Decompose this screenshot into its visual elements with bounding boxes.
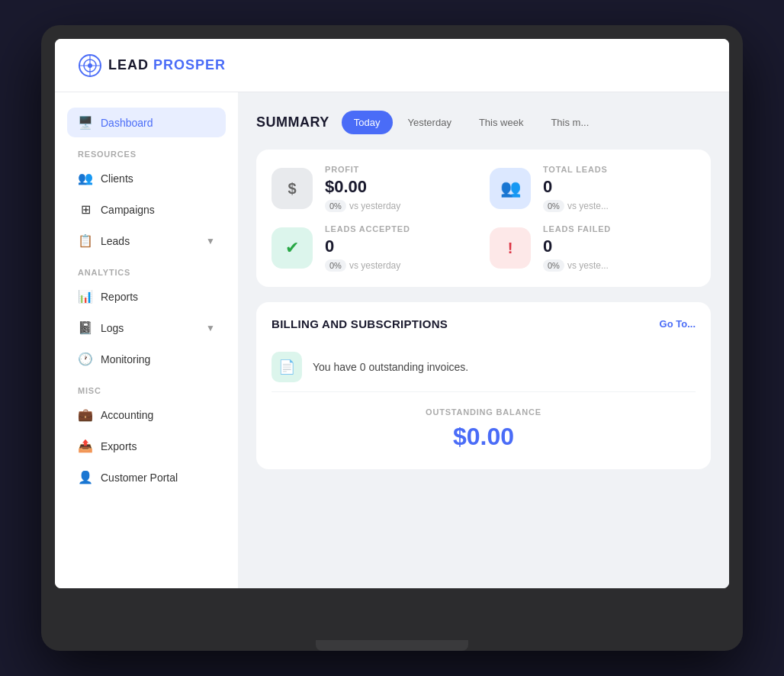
sidebar-item-label-reports: Reports [101, 291, 138, 303]
reports-icon: 📊 [78, 289, 93, 304]
invoice-text: You have 0 outstanding invoices. [313, 361, 468, 373]
leads-accepted-icon: ✔ [285, 238, 299, 258]
card-profit: $ PROFIT $0.00 0% vs yesterday [272, 165, 477, 212]
card-leads-accepted: ✔ LEADS ACCEPTED 0 0% vs yesterday [272, 224, 477, 272]
total-leads-sub-text: vs yeste... [567, 201, 609, 211]
leads-failed-sub-text: vs yeste... [567, 260, 609, 271]
sidebar-item-label-dashboard: Dashboard [101, 117, 153, 129]
app-header: LEAD PROSPER [55, 39, 729, 92]
leads-failed-icon-wrap: ! [490, 227, 531, 269]
section-label-misc: MISC [67, 375, 226, 400]
total-leads-sub: 0% vs yeste... [543, 200, 609, 212]
clients-icon: 👥 [78, 171, 93, 185]
invoice-icon: 📄 [278, 359, 295, 375]
main-content: SUMMARY Today Yesterday This week This m… [238, 92, 729, 588]
sidebar-item-label-accounting: Accounting [101, 409, 153, 421]
card-info-leads-accepted: LEADS ACCEPTED 0 0% vs yesterday [325, 224, 410, 272]
leads-accepted-pct: 0% [325, 259, 346, 272]
sidebar-item-leads[interactable]: 📋 Leads ▼ [67, 226, 226, 256]
summary-title: SUMMARY [256, 114, 329, 130]
profit-icon: $ [288, 180, 296, 198]
tab-thismonth[interactable]: This m... [538, 111, 601, 134]
billing-invoice-row: 📄 You have 0 outstanding invoices. [272, 343, 696, 392]
balance-section: OUTSTANDING BALANCE $0.00 [272, 392, 696, 454]
logs-icon: 📓 [78, 320, 93, 335]
monitoring-icon: 🕐 [78, 352, 93, 366]
card-leads-failed: ! LEADS FAILED 0 0% vs yeste... [490, 224, 696, 272]
sidebar-item-accounting[interactable]: 💼 Accounting [67, 400, 226, 430]
leads-accepted-sub-text: vs yesterday [349, 260, 400, 271]
sidebar-item-campaigns[interactable]: ⊞ Campaigns [67, 195, 226, 224]
logo-prosper: PROSPER [153, 57, 226, 72]
billing-section: BILLING AND SUBSCRIPTIONS Go To... 📄 You… [256, 302, 711, 469]
app-body: 🖥️ Dashboard RESOURCES 👥 Clients ⊞ Campa… [55, 92, 729, 588]
tab-group: Today Yesterday This week This m... [342, 111, 601, 134]
summary-header: SUMMARY Today Yesterday This week This m… [256, 111, 711, 134]
sidebar-item-dashboard[interactable]: 🖥️ Dashboard [67, 108, 226, 137]
sidebar-item-label-clients: Clients [101, 172, 133, 185]
billing-title: BILLING AND SUBSCRIPTIONS [272, 317, 448, 330]
section-label-resources: RESOURCES [67, 139, 226, 163]
section-label-analytics: ANALYTICS [67, 257, 226, 282]
profit-sub-text: vs yesterday [349, 201, 400, 211]
balance-value: $0.00 [272, 423, 696, 451]
sidebar-item-clients[interactable]: 👥 Clients [67, 163, 226, 193]
sidebar-item-label-leads: Leads [101, 235, 130, 247]
sidebar-item-exports[interactable]: 📤 Exports [67, 431, 226, 461]
card-info-leads-failed: LEADS FAILED 0 0% vs yeste... [543, 224, 611, 272]
balance-label: OUTSTANDING BALANCE [272, 407, 696, 417]
leads-icon: 📋 [78, 233, 93, 248]
profit-icon-wrap: $ [272, 168, 313, 209]
total-leads-icon-wrap: 👥 [490, 168, 531, 209]
profit-sub: 0% vs yesterday [325, 200, 400, 212]
logo-lead: LEAD [108, 57, 149, 72]
tab-yesterday[interactable]: Yesterday [396, 111, 464, 134]
sidebar-item-label-exports: Exports [101, 440, 137, 452]
card-total-leads: 👥 TOTAL LEADS 0 0% vs yeste... [490, 165, 696, 212]
customer-portal-icon: 👤 [78, 470, 93, 484]
tab-today[interactable]: Today [342, 111, 393, 134]
dashboard-icon: 🖥️ [78, 115, 93, 130]
leads-failed-label: LEADS FAILED [543, 224, 611, 233]
total-leads-label: TOTAL LEADS [543, 165, 609, 174]
logo-text: LEAD PROSPER [108, 57, 226, 73]
leads-left: 📋 Leads [78, 233, 130, 248]
sidebar-item-customer-portal[interactable]: 👤 Customer Portal [67, 462, 226, 492]
sidebar-item-monitoring[interactable]: 🕐 Monitoring [67, 344, 226, 374]
laptop-container: LEAD PROSPER 🖥️ Dashboard RESOURCES 👥 Cl… [41, 25, 743, 651]
sidebar-item-label-campaigns: Campaigns [101, 204, 155, 216]
accounting-icon: 💼 [78, 407, 93, 422]
laptop-base [316, 640, 468, 651]
logs-chevron-icon: ▼ [206, 323, 215, 333]
logs-left: 📓 Logs [78, 320, 124, 335]
summary-cards: $ PROFIT $0.00 0% vs yesterday [256, 150, 711, 287]
leads-accepted-sub: 0% vs yesterday [325, 259, 410, 272]
logo-area: LEAD PROSPER [78, 53, 226, 78]
exports-icon: 📤 [78, 439, 93, 453]
leads-accepted-icon-wrap: ✔ [272, 227, 313, 269]
profit-value: $0.00 [325, 177, 400, 197]
total-leads-pct: 0% [543, 200, 564, 212]
sidebar-item-label-monitoring: Monitoring [101, 353, 150, 365]
card-info-profit: PROFIT $0.00 0% vs yesterday [325, 165, 400, 212]
profit-pct: 0% [325, 200, 346, 212]
leads-failed-sub: 0% vs yeste... [543, 259, 611, 272]
logo-icon [78, 53, 102, 78]
card-info-total-leads: TOTAL LEADS 0 0% vs yeste... [543, 165, 609, 212]
leads-failed-value: 0 [543, 237, 611, 256]
leads-failed-pct: 0% [543, 259, 564, 272]
sidebar-item-reports[interactable]: 📊 Reports [67, 282, 226, 311]
tab-thisweek[interactable]: This week [467, 111, 536, 134]
leads-chevron-icon: ▼ [206, 236, 215, 246]
sidebar-item-logs[interactable]: 📓 Logs ▼ [67, 313, 226, 343]
total-leads-icon: 👥 [500, 179, 521, 198]
profit-label: PROFIT [325, 165, 400, 174]
leads-accepted-label: LEADS ACCEPTED [325, 224, 410, 233]
billing-header: BILLING AND SUBSCRIPTIONS Go To... [272, 317, 696, 330]
campaigns-icon: ⊞ [78, 202, 93, 217]
leads-failed-icon: ! [508, 240, 513, 257]
laptop-screen: LEAD PROSPER 🖥️ Dashboard RESOURCES 👥 Cl… [55, 39, 729, 588]
leads-accepted-value: 0 [325, 237, 410, 256]
total-leads-value: 0 [543, 177, 609, 197]
go-to-link[interactable]: Go To... [660, 318, 696, 330]
